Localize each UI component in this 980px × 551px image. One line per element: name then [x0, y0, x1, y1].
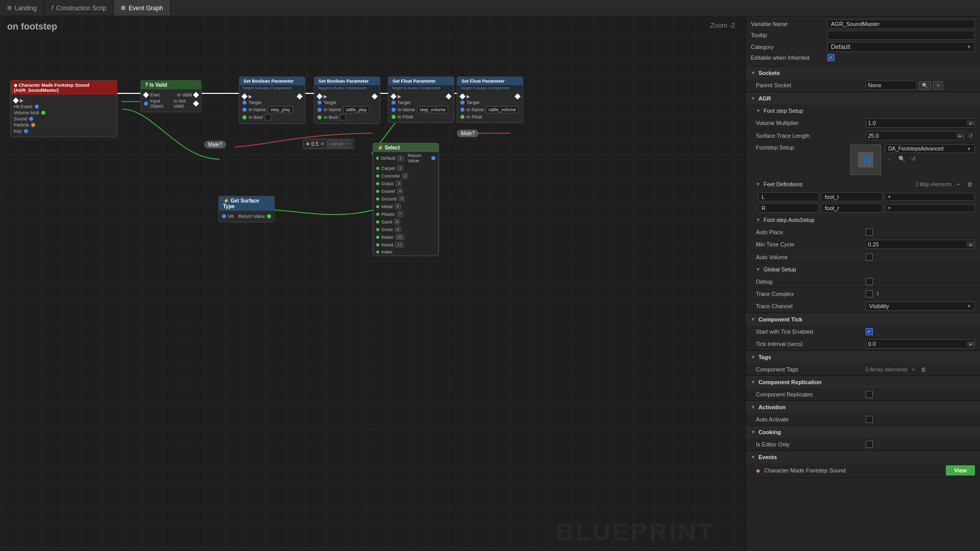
- tags-del-btn[interactable]: 🗑: [919, 365, 928, 373]
- tags-section: ▼ Tags Component Tags 0 Array elements +…: [746, 351, 980, 376]
- sockets-header[interactable]: ▼ Sockets: [746, 67, 980, 79]
- global-setup-header[interactable]: ▼ Global Setup: [746, 263, 980, 276]
- event-node-header: ◆ Character Made Footstep Sound (AGR_Sou…: [11, 81, 117, 95]
- fs-asset-dropdown[interactable]: DA_FootstepsAdvanced ▼: [885, 144, 975, 153]
- char-footstep-event-row: ◆ Character Made Footstep Sound View: [746, 463, 980, 478]
- surface-trace-input[interactable]: [866, 132, 957, 140]
- sb1-exec-out: [297, 93, 302, 99]
- debug-row: Debug: [746, 276, 980, 288]
- tags-header[interactable]: ▼ Tags: [746, 351, 980, 363]
- component-tags-row: Component Tags 0 Array elements + 🗑: [746, 363, 980, 375]
- select-header: ⚡ Select: [373, 143, 438, 152]
- float-out-pin: [306, 142, 309, 145]
- trace-complex-info-btn[interactable]: ℹ: [875, 290, 881, 297]
- fss-title: Foot step Setup: [764, 108, 803, 114]
- min-time-spin[interactable]: ▲: [967, 242, 974, 247]
- volume-mult-input[interactable]: [866, 119, 967, 127]
- fs-back-btn[interactable]: ←: [885, 155, 895, 163]
- min-time-input[interactable]: [866, 240, 967, 248]
- auto-activate-value: [866, 416, 975, 423]
- right-panel: Variable Name Tooltip Category Default ▼…: [745, 16, 980, 551]
- footstep-setup-asset-row: Footstep Setup 👣 DA_FootstepsAdvanced ▼ …: [746, 142, 980, 177]
- auto-setup-arrow: ▼: [756, 217, 761, 222]
- zoom-label: Zoom -2: [710, 21, 735, 29]
- tick-spin[interactable]: ▲: [967, 341, 974, 346]
- min-time-wrap: ▲: [866, 240, 975, 249]
- activation-header[interactable]: ▼ Activation: [746, 401, 980, 413]
- editable-checkbox[interactable]: [827, 54, 835, 61]
- fs-reset-btn[interactable]: ↺: [909, 155, 918, 163]
- events-header[interactable]: ▼ Events: [746, 451, 980, 463]
- trace-complex-value: ℹ: [866, 290, 975, 297]
- view-event-btn[interactable]: View: [946, 465, 975, 475]
- tab-landing[interactable]: ⊞ Landing: [0, 0, 44, 16]
- feet-def-l-dropdown[interactable]: ▼: [885, 193, 975, 201]
- auto-volume-checkbox[interactable]: [866, 254, 873, 261]
- select-item-index: Index: [373, 248, 438, 256]
- auto-activate-checkbox[interactable]: [866, 416, 873, 423]
- feet-def-header[interactable]: ▼ Feet Definitions 2 Map elements + 🗑: [746, 177, 980, 191]
- surface-trace-label: Surface Trace Length: [756, 133, 866, 139]
- feet-def-row-r: ▼: [746, 203, 980, 214]
- feet-def-add-btn[interactable]: +: [955, 180, 962, 188]
- editable-label: Editable when Inherited: [751, 55, 827, 61]
- editor-only-value: [866, 441, 975, 448]
- parent-socket-input[interactable]: [866, 81, 916, 89]
- trace-spin-up[interactable]: ▲: [956, 133, 964, 138]
- tick-interval-input[interactable]: [866, 340, 967, 348]
- tags-arrow: ▼: [751, 355, 755, 360]
- sb2-exec-in: [316, 93, 322, 99]
- sockets-section: ▼ Sockets Parent Socket 🔍 ✕: [746, 67, 980, 92]
- trace-complex-checkbox[interactable]: [866, 290, 873, 297]
- parent-socket-clear-btn[interactable]: ✕: [933, 81, 943, 90]
- component-replicates-checkbox[interactable]: [866, 391, 873, 398]
- trace-channel-dropdown[interactable]: Visibility ▼: [866, 302, 975, 311]
- canvas-label: on footstep: [7, 21, 57, 32]
- event-diamond-icon: ◆: [756, 467, 760, 474]
- agr-arrow: ▼: [751, 96, 755, 101]
- agr-header[interactable]: ▼ AGR: [746, 92, 980, 105]
- sb1-inname: [242, 108, 247, 112]
- set-float-2-node: Set Float Parameter Target is Audio Comp…: [457, 77, 523, 123]
- add-pin-btn[interactable]: Add pin +: [327, 140, 351, 147]
- tooltip-input[interactable]: [827, 31, 975, 40]
- debug-checkbox[interactable]: [866, 278, 873, 285]
- feet-def-r-dropdown[interactable]: ▼: [885, 204, 975, 212]
- start-tick-checkbox[interactable]: [866, 328, 873, 335]
- fs-search-btn[interactable]: 🔍: [896, 155, 908, 163]
- auto-place-checkbox[interactable]: [866, 229, 873, 236]
- variable-name-input[interactable]: [827, 19, 975, 29]
- tab-event-graph[interactable]: ⊞ Event Graph: [114, 0, 170, 16]
- feet-def-key-l[interactable]: [758, 192, 819, 202]
- feet-def-val-r[interactable]: [821, 204, 883, 213]
- foot-step-setup-header[interactable]: ▼ Foot step Setup: [746, 105, 980, 117]
- tab-construction[interactable]: f Construction Scrip: [44, 0, 114, 16]
- volume-mult-input-wrap: ▲: [866, 118, 975, 128]
- footstep-setup-label: Footstep Setup: [756, 144, 846, 151]
- select-item-water: Water 10: [373, 233, 438, 241]
- set-bool-2-body: ▶ Target In Name rattle_play In Bool: [314, 91, 380, 123]
- landing-tab-icon: ⊞: [7, 5, 12, 11]
- variable-name-row: Variable Name: [751, 19, 975, 29]
- category-dropdown[interactable]: Default ▼: [827, 42, 975, 52]
- feet-def-val-l[interactable]: [821, 192, 883, 202]
- tags-add-btn[interactable]: +: [910, 365, 917, 373]
- component-tags-value: 0 Array elements + 🗑: [866, 365, 975, 373]
- variable-section: Variable Name Tooltip Category Default ▼…: [746, 16, 980, 67]
- replication-header[interactable]: ▼ Component Replication: [746, 376, 980, 388]
- feet-def-key-r[interactable]: [758, 204, 819, 213]
- blueprint-watermark: BLUEPRINT: [556, 518, 715, 546]
- sb2-exec-out: [372, 93, 377, 99]
- parent-socket-search-btn[interactable]: 🔍: [919, 81, 931, 90]
- sf2-exec-in: [459, 93, 465, 99]
- component-tick-header[interactable]: ▼ Component Tick: [746, 313, 980, 325]
- auto-setup-header[interactable]: ▼ Foot step AutoSetup: [746, 214, 980, 226]
- vol-spin-up[interactable]: ▲: [967, 120, 974, 126]
- sb1-target: [242, 101, 247, 105]
- cooking-header[interactable]: ▼ Cooking: [746, 426, 980, 438]
- editor-only-checkbox[interactable]: [866, 441, 873, 448]
- trace-reset-btn[interactable]: ↺: [966, 132, 975, 140]
- canvas-area[interactable]: on footstep Zoom -2 BLUEPRINT ◆: [0, 16, 745, 551]
- variable-name-label: Variable Name: [751, 21, 827, 27]
- feet-def-del-btn[interactable]: 🗑: [965, 180, 975, 188]
